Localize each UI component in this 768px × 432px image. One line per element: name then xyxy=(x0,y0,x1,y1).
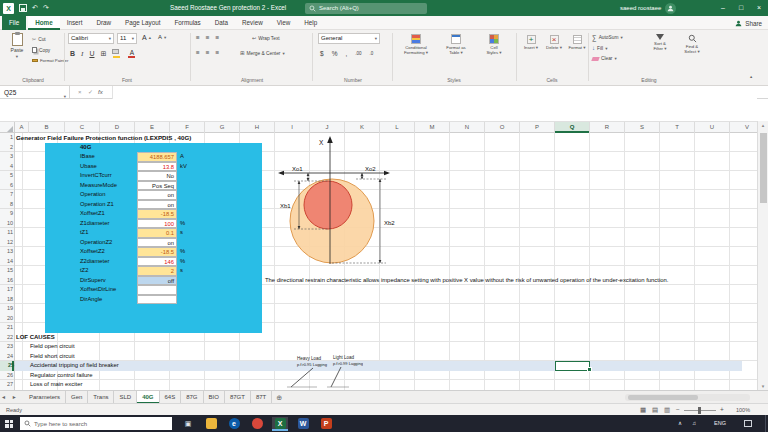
underline-button[interactable]: U xyxy=(89,50,94,57)
taskbar-icon-word[interactable]: W xyxy=(295,417,311,431)
row-header-4[interactable]: 4 xyxy=(0,162,13,172)
cut-button[interactable]: ✂ Cut xyxy=(32,36,46,42)
row-header-7[interactable]: 7 xyxy=(0,190,13,200)
horizontal-scrollbar[interactable] xyxy=(625,394,750,401)
row-header-1[interactable]: 1 xyxy=(0,133,13,143)
param-value-operation[interactable]: on xyxy=(137,190,177,200)
redo-icon[interactable]: ↷ xyxy=(43,2,49,14)
language-indicator[interactable]: ENG xyxy=(714,415,726,432)
grow-font-button[interactable]: A▴ xyxy=(142,34,151,41)
tab-formulas[interactable]: Formulas xyxy=(167,16,207,30)
selected-cell-q25[interactable] xyxy=(555,361,590,371)
name-box[interactable]: Q25 ▾ xyxy=(0,86,70,99)
tab-help[interactable]: Help xyxy=(297,16,324,30)
param-value-ibase[interactable]: 4188.657 xyxy=(137,152,177,162)
wrap-text-button[interactable]: ↩ Wrap Text xyxy=(252,35,280,41)
bold-button[interactable]: B xyxy=(70,50,75,57)
find-select-button[interactable]: Find &Select ▾ xyxy=(678,34,706,54)
conditional-formatting-button[interactable]: ConditionalFormatting ▾ xyxy=(396,34,436,55)
column-header-K[interactable]: K xyxy=(345,122,380,133)
tab-draw[interactable]: Draw xyxy=(89,16,118,30)
param-value-xoffsetz2[interactable]: -18.5 xyxy=(137,247,177,257)
param-value-xoffsetz1[interactable]: -18.5 xyxy=(137,209,177,219)
row-header-15[interactable]: 15 xyxy=(0,266,13,276)
align-bottom-button[interactable]: ≡ xyxy=(216,34,220,42)
clear-button[interactable]: Clear ▾ xyxy=(592,56,617,61)
cell-styles-button[interactable]: CellStyles ▾ xyxy=(477,34,511,55)
shrink-font-button[interactable]: A▾ xyxy=(158,34,166,40)
taskbar-icon-file-explorer[interactable] xyxy=(203,417,219,431)
column-header-P[interactable]: P xyxy=(520,122,555,133)
fx-icon[interactable]: fx xyxy=(98,86,103,99)
row-header-10[interactable]: 10 xyxy=(0,219,13,229)
zoom-slider-thumb[interactable] xyxy=(698,407,701,414)
enter-formula-icon[interactable]: ✓ xyxy=(88,86,93,99)
align-center-button[interactable]: ≡ xyxy=(206,49,210,57)
format-as-table-button[interactable]: Format asTable ▾ xyxy=(438,34,474,55)
param-value-tz1[interactable]: 0.1 xyxy=(137,228,177,238)
comma-button[interactable]: , xyxy=(345,50,347,57)
column-header-L[interactable]: L xyxy=(380,122,415,133)
close-button[interactable]: × xyxy=(750,0,768,16)
format-cells-button[interactable]: Format ▾ xyxy=(566,35,588,50)
param-value-operationz2[interactable]: on xyxy=(137,238,177,248)
column-header-D[interactable]: D xyxy=(100,122,135,133)
column-header-G[interactable]: G xyxy=(205,122,240,133)
taskbar-icon-chrome[interactable] xyxy=(249,417,265,431)
undo-icon[interactable]: ↶ xyxy=(32,2,38,14)
number-format-select[interactable]: General ▾ xyxy=(318,33,380,44)
horizontal-scroll-thumb[interactable] xyxy=(628,395,698,400)
account-area[interactable]: saeed roostaee xyxy=(620,0,676,16)
param-value-z1diameter[interactable]: 100 xyxy=(137,219,177,229)
align-left-button[interactable]: ≡ xyxy=(196,49,200,57)
param-value-dirsuperv[interactable]: off xyxy=(137,276,177,286)
vertical-scroll-thumb[interactable] xyxy=(760,133,767,203)
row-header-18[interactable]: 18 xyxy=(0,295,13,305)
row-header-20[interactable]: 20 xyxy=(0,314,13,324)
column-header-M[interactable]: M xyxy=(415,122,450,133)
row-header-14[interactable]: 14 xyxy=(0,257,13,267)
tab-file[interactable]: File xyxy=(2,16,26,30)
italic-button[interactable]: I xyxy=(81,50,83,58)
row-header-19[interactable]: 19 xyxy=(0,304,13,314)
fill-button[interactable]: ↓ Fill ▾ xyxy=(592,45,607,51)
formula-input[interactable] xyxy=(112,86,757,99)
align-right-button[interactable]: ≡ xyxy=(216,49,220,57)
increase-decimal-button[interactable]: .00 xyxy=(355,51,361,56)
search-box[interactable]: Search (Alt+Q) xyxy=(305,3,427,14)
row-header-5[interactable]: 5 xyxy=(0,171,13,181)
cancel-formula-icon[interactable]: × xyxy=(78,86,82,99)
row-header-23[interactable]: 23 xyxy=(0,342,13,352)
minimize-button[interactable]: – xyxy=(714,0,732,16)
column-header-O[interactable]: O xyxy=(485,122,520,133)
format-painter-button[interactable]: Format Painter xyxy=(32,58,68,63)
font-size-select[interactable]: 11 ▾ xyxy=(117,33,137,44)
align-top-button[interactable]: ≡ xyxy=(196,34,200,42)
param-value-xoffsetdirline[interactable] xyxy=(137,285,177,295)
row-header-22[interactable]: 22 xyxy=(0,333,13,343)
row-header-12[interactable]: 12 xyxy=(0,238,13,248)
param-value-tz2[interactable]: 2 xyxy=(137,266,177,276)
decrease-decimal-button[interactable]: .0 xyxy=(369,51,373,56)
merge-center-button[interactable]: ⊞ Merge & Center ▾ xyxy=(240,50,285,56)
tab-review[interactable]: Review xyxy=(235,16,270,30)
scroll-up-icon[interactable]: ▴ xyxy=(758,122,768,128)
borders-button[interactable]: ⊞ xyxy=(100,50,106,58)
collapse-ribbon-icon[interactable]: ▴ xyxy=(750,74,752,79)
column-header-C[interactable]: C xyxy=(65,122,100,133)
row-header-25[interactable]: 25 xyxy=(0,361,14,371)
column-header-B[interactable]: B xyxy=(29,122,65,133)
fill-color-button[interactable] xyxy=(112,49,121,58)
row-header-8[interactable]: 8 xyxy=(0,200,13,210)
tab-view[interactable]: View xyxy=(270,16,298,30)
row-header-17[interactable]: 17 xyxy=(0,285,13,295)
taskbar-icon-edge[interactable]: e xyxy=(226,417,242,431)
row-header-2[interactable]: 2 xyxy=(0,143,13,153)
row-header-26[interactable]: 26 xyxy=(0,371,13,381)
column-header-I[interactable]: I xyxy=(275,122,310,133)
copy-button[interactable]: Copy xyxy=(32,47,50,53)
param-value-measuremode[interactable]: Pos Seq xyxy=(137,181,177,191)
param-value-invertctcurr[interactable]: No xyxy=(137,171,177,181)
vertical-scrollbar[interactable]: ▴ ▾ xyxy=(757,121,768,390)
row-header-27[interactable]: 27 xyxy=(0,380,13,390)
